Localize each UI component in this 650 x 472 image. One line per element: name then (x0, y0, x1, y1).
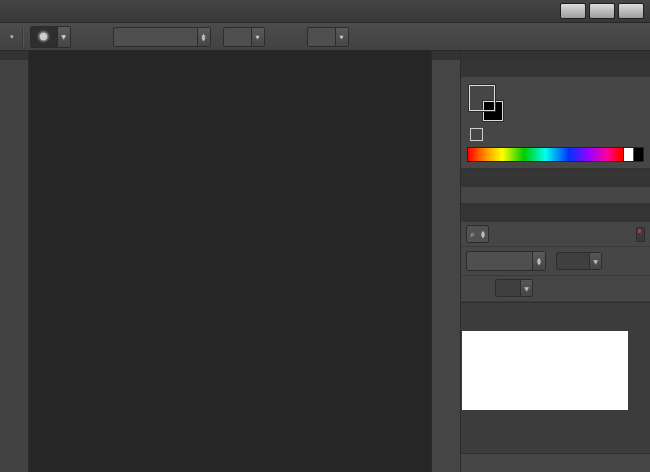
layer-filter-type-dropdown[interactable]: ⌕ ▲▼ (466, 225, 489, 243)
chevron-down-icon: ▼ (335, 28, 348, 46)
panel-menu-icon[interactable] (640, 183, 650, 187)
black-swatch[interactable] (633, 148, 643, 161)
flow-value (308, 28, 335, 46)
minimize-button[interactable] (560, 3, 586, 19)
layer-filter-toggle[interactable] (636, 227, 645, 242)
rgb-sliders (511, 83, 644, 141)
pressure-size-button[interactable] (385, 27, 409, 47)
chevron-down-icon: ▼ (251, 28, 264, 46)
flow-dropdown[interactable]: ▼ (307, 27, 349, 47)
watermark (462, 331, 628, 410)
layers-panel-tabs (461, 205, 650, 222)
chevron-down-icon[interactable]: ▼ (57, 27, 70, 47)
canvas-area (29, 51, 431, 472)
close-button[interactable] (618, 3, 644, 19)
gamut-color-chip[interactable] (470, 128, 483, 141)
tools-panel (0, 51, 29, 472)
adjustments-panel (461, 170, 650, 205)
collapsed-panel-dock (431, 51, 461, 472)
layer-fill-field[interactable]: ▼ (495, 279, 533, 297)
toolbar-collapse-button[interactable] (0, 51, 28, 60)
blend-mode-value (114, 28, 197, 46)
opacity-value (224, 28, 251, 46)
spectrum-gradient[interactable] (468, 148, 623, 161)
panel-dock: ⌕ ▲▼ ▲▼ ▼ (461, 51, 650, 472)
opacity-dropdown[interactable]: ▼ (223, 27, 265, 47)
adjustment-icons (461, 194, 650, 203)
layer-blend-mode-dropdown[interactable]: ▲▼ (466, 251, 546, 271)
layer-filter-row: ⌕ ▲▼ (461, 222, 650, 247)
search-icon: ⌕ (470, 229, 475, 240)
lock-row: ▼ (461, 276, 650, 302)
toggle-brush-panel-button[interactable] (77, 27, 101, 47)
updown-arrows-icon: ▲▼ (481, 230, 485, 238)
foreground-color-swatch[interactable] (469, 85, 495, 111)
color-ramp[interactable] (467, 147, 644, 162)
tool-preset-picker[interactable]: ▾ (6, 33, 16, 41)
adjustments-panel-tabs (461, 170, 650, 187)
updown-arrows-icon: ▲▼ (532, 252, 545, 270)
gamut-warning (467, 128, 483, 141)
separator (22, 27, 24, 47)
layers-panel: ⌕ ▲▼ ▲▼ ▼ (461, 205, 650, 472)
brush-tip-preview (31, 27, 57, 47)
color-panel-tabs (461, 60, 650, 77)
pressure-opacity-button[interactable] (271, 27, 295, 47)
add-adjustment-label (461, 187, 650, 194)
layer-opacity-field[interactable]: ▼ (556, 252, 602, 270)
color-panel-content (461, 77, 650, 145)
updown-arrows-icon: ▲▼ (197, 28, 210, 46)
workspace: ⌕ ▲▼ ▲▼ ▼ (0, 51, 650, 472)
window-controls (560, 3, 650, 19)
layer-opacity-value (557, 253, 589, 269)
menu-bar (0, 0, 650, 23)
layers-bottom-bar (461, 453, 650, 472)
color-panel (461, 60, 650, 170)
layer-fill-value (496, 280, 520, 296)
maximize-button[interactable] (589, 3, 615, 19)
blend-mode-dropdown[interactable]: ▲▼ (113, 27, 211, 47)
brush-tip-icon (40, 33, 47, 40)
brush-preset-picker[interactable]: ▼ (30, 26, 71, 48)
airbrush-button[interactable] (355, 27, 379, 47)
dock-collapse-button[interactable] (432, 51, 460, 60)
blend-mode-row: ▲▼ ▼ (461, 247, 650, 276)
layer-list[interactable] (461, 302, 650, 453)
chevron-down-icon: ▼ (520, 280, 532, 296)
chevron-down-icon: ▼ (589, 253, 601, 269)
panel-menu-icon[interactable] (640, 73, 650, 77)
panel-dock-collapse-button[interactable] (461, 51, 650, 60)
photoshop-window: ▾ ▼ ▲▼ ▼ ▼ (0, 0, 650, 472)
chevron-down-icon: ▾ (10, 33, 14, 41)
white-swatch[interactable] (623, 148, 633, 161)
swatch-column (467, 83, 511, 141)
options-bar: ▾ ▼ ▲▼ ▼ ▼ (0, 23, 650, 51)
layer-blend-mode-value (467, 252, 532, 270)
